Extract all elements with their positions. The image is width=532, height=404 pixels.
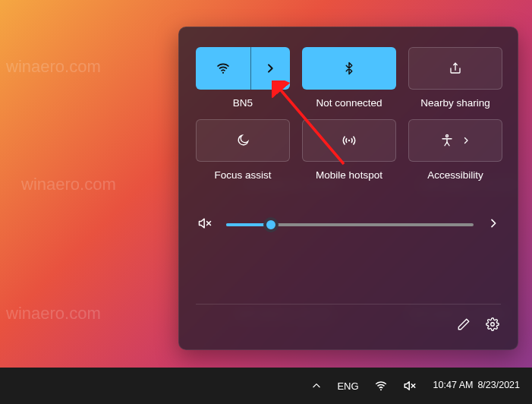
tray-volume-icon[interactable] [397,376,423,396]
quick-settings-panel: BN5 Not connected [178,27,518,350]
bluetooth-tile[interactable] [302,47,396,90]
taskbar-clock[interactable]: 10:47 AM 8/23/2021 [426,378,527,393]
wifi-tile[interactable] [196,47,290,90]
tray-overflow-button[interactable] [305,377,328,394]
bluetooth-tile-label: Not connected [302,97,396,109]
share-icon [449,62,462,75]
watermark: winaero.com [21,175,116,194]
volume-thumb[interactable] [263,217,279,232]
volume-row [196,214,501,235]
taskbar-date: 8/23/2021 [477,380,520,392]
settings-button[interactable] [484,316,501,336]
edit-quick-settings-button[interactable] [455,316,472,336]
language-indicator[interactable]: ENG [331,377,364,395]
svg-point-8 [380,389,382,390]
svg-point-0 [222,72,224,74]
nearby-sharing-tile[interactable] [408,47,502,90]
nearby-sharing-tile-label: Nearby sharing [408,97,502,109]
quick-settings-tiles: BN5 Not connected [196,47,501,181]
wifi-expand-button[interactable] [250,47,290,90]
focus-assist-tile[interactable] [196,119,290,162]
watermark: winaero.com [6,57,101,77]
svg-point-2 [446,135,449,137]
quick-settings-footer [196,304,501,339]
wifi-icon [216,61,231,76]
svg-point-5 [491,322,495,326]
wifi-toggle[interactable] [196,47,250,90]
wifi-tile-label: BN5 [196,97,290,109]
accessibility-tile-label: Accessibility [408,169,502,181]
volume-slider[interactable] [226,217,474,232]
svg-point-1 [348,140,351,142]
accessibility-tile[interactable] [408,119,502,162]
mobile-hotspot-tile-label: Mobile hotspot [302,169,396,181]
watermark: winaero.com [6,304,101,324]
chevron-right-icon [461,136,471,145]
mobile-hotspot-tile[interactable] [302,119,396,162]
taskbar-time: 10:47 AM [433,380,474,392]
tray-network-icon[interactable] [368,376,394,396]
chevron-right-icon [264,62,276,74]
accessibility-icon [440,134,454,147]
focus-assist-tile-label: Focus assist [196,169,290,181]
desktop-background: winaero.com winaero.com winaero.com wina… [0,0,532,404]
volume-mute-icon[interactable] [196,214,214,235]
hotspot-icon [342,133,357,148]
moon-icon [236,134,250,147]
bluetooth-icon [342,62,356,75]
taskbar: ENG 10:47 AM 8/23/2021 [0,368,532,404]
volume-output-expand[interactable] [486,216,501,234]
